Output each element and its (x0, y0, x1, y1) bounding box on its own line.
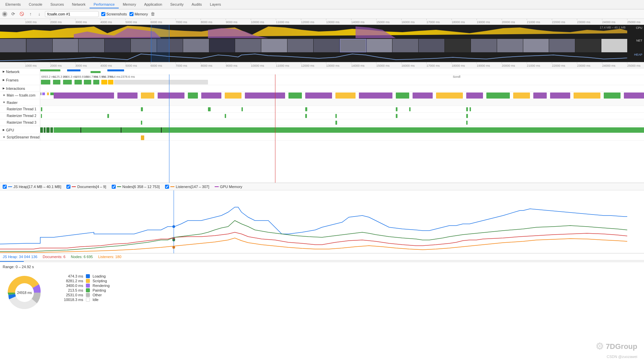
listeners-checkbox[interactable] (165, 185, 169, 189)
memory-checkbox[interactable] (129, 12, 133, 16)
svg-text:19000 ms: 19000 ms (477, 64, 490, 67)
svg-text:7000 ms: 7000 ms (176, 20, 187, 24)
clear-button[interactable]: 🚫 (19, 11, 25, 17)
legend-documents[interactable]: Documents[4 – 9] (66, 185, 106, 189)
timeline-tracks: ▶ Network ▶ Frames (0, 68, 644, 183)
track-label-frames[interactable]: ▶ Frames (0, 75, 40, 85)
gpu-memory-label: GPU Memory (220, 185, 243, 189)
svg-rect-116 (93, 80, 99, 84)
nodes-checkbox[interactable] (112, 185, 116, 189)
heap-stats-bar: JS Heap: 34 044 136 Documents: 6 Nodes: … (0, 253, 644, 260)
svg-text:8000 ms: 8000 ms (201, 20, 212, 24)
documents-checkbox[interactable] (66, 185, 70, 189)
track-label-raster[interactable]: ▼ Raster (0, 99, 40, 106)
arrow-icon: ▶ (3, 128, 5, 131)
track-label-rasterizer3[interactable]: Rasterizer Thread 3 (0, 119, 40, 126)
trash-button[interactable]: 🗑 (151, 11, 155, 16)
screenshots-checkbox-label[interactable]: Screenshots (101, 12, 127, 16)
heap-right-label: HEAP (634, 53, 642, 56)
timeline-main-ruler: 1000 ms2000 ms3000 ms4000 ms5000 ms6000 … (0, 62, 644, 68)
svg-text:18000 ms: 18000 ms (451, 64, 465, 67)
cpu-right-label: CPU (636, 26, 642, 29)
svg-rect-133 (188, 93, 198, 99)
legend-js-heap[interactable]: JS Heap[17.4 MB – 40.1 MB] (3, 185, 61, 189)
svg-rect-122 (114, 80, 208, 84)
tab-audits[interactable]: Audits (187, 1, 206, 8)
summary-row-painting: 213.5 ms Painting (56, 288, 110, 292)
track-main: ▼ Main — fcsafe.com (0, 92, 644, 99)
screenshots-checkbox[interactable] (101, 12, 105, 16)
svg-rect-104 (91, 71, 101, 73)
tab-security[interactable]: Security (166, 1, 187, 8)
summary-row-rendering: 3400.0 ms Rendering (56, 284, 110, 288)
track-label-network[interactable]: ▶ Network (0, 68, 40, 75)
download-button[interactable]: ↓ (36, 11, 42, 17)
svg-rect-173 (46, 127, 50, 133)
upload-button[interactable]: ↑ (28, 11, 34, 17)
listeners-color (170, 186, 174, 187)
reload-button[interactable]: ⟳ (10, 11, 16, 17)
svg-rect-140 (359, 93, 392, 99)
js-heap-stat: JS Heap: 34 044 136 (3, 255, 37, 259)
documents-stat: Documents: 6 (43, 255, 65, 259)
track-rasterizer3: Rasterizer Thread 3 (0, 119, 644, 126)
main-ruler-svg: 1000 ms2000 ms3000 ms4000 ms5000 ms6000 … (0, 62, 644, 68)
svg-text:22000 ms: 22000 ms (552, 64, 566, 67)
tab-application[interactable]: Application (140, 1, 166, 8)
svg-text:18000 ms: 18000 ms (451, 20, 465, 24)
js-heap-line (0, 207, 627, 244)
tab-sources[interactable]: Sources (46, 1, 68, 8)
heap-area: JS Heap[17.4 MB – 40.1 MB] Documents[4 –… (0, 183, 644, 253)
tab-network[interactable]: Network (68, 1, 90, 8)
svg-text:16000 ms: 16000 ms (401, 20, 415, 24)
legend-gpu-memory[interactable]: GPU Memory (215, 185, 243, 189)
svg-rect-105 (107, 69, 124, 71)
tab-elements[interactable]: Elements (1, 1, 25, 8)
screenshot-frame (183, 39, 209, 52)
track-rasterizer1: Rasterizer Thread 1 (0, 106, 644, 113)
svg-rect-141 (396, 93, 409, 99)
arrow-icon: ▼ (3, 94, 5, 97)
legend-nodes[interactable]: Nodes[6 358 – 12 753] (112, 185, 160, 189)
svg-text:20000 ms: 20000 ms (502, 64, 515, 67)
record-button[interactable] (2, 11, 7, 17)
bottom-content: Range: 0 – 24.92 s (0, 262, 644, 317)
arrow-icon: ▼ (3, 136, 5, 139)
tab-performance[interactable]: Performance (90, 1, 119, 8)
svg-rect-150 (604, 93, 621, 99)
url-input[interactable] (45, 11, 99, 17)
svg-rect-165 (335, 114, 337, 118)
svg-rect-151 (624, 93, 644, 99)
svg-rect-128 (50, 93, 54, 95)
js-heap-checkbox[interactable] (3, 185, 7, 189)
other-dot (86, 293, 90, 297)
svg-rect-160 (470, 107, 471, 111)
svg-rect-136 (245, 93, 285, 99)
svg-rect-126 (42, 93, 45, 95)
svg-text:2378.6 ms: 2378.6 ms (121, 75, 135, 78)
frames-chart: 6893.2 ms 1125.3 ms 2056.3 ms 1269.8 ms … (40, 75, 644, 85)
track-label-scriptstreamer[interactable]: ▼ ScriptStreamer thread (0, 134, 40, 140)
track-label-rasterizer2[interactable]: Rasterizer Thread 2 (0, 113, 40, 119)
memory-checkbox-label[interactable]: Memory (129, 12, 148, 16)
tab-console[interactable]: Console (25, 1, 46, 8)
track-label-gpu[interactable]: ▶ GPU (0, 126, 40, 134)
svg-rect-153 (141, 107, 143, 111)
arrow-icon: ▶ (3, 78, 5, 81)
svg-text:17000 ms: 17000 ms (427, 64, 440, 67)
bottom-panel: Summary Bottom-Up Call Tree Event Log Ra… (0, 253, 644, 362)
svg-rect-106 (41, 80, 50, 84)
svg-rect-176 (80, 127, 81, 133)
heap-chart-svg (0, 190, 644, 253)
screenshot-frame (26, 39, 52, 52)
legend-listeners[interactable]: Listeners[147 – 307] (165, 185, 209, 189)
tab-memory[interactable]: Memory (119, 1, 140, 8)
track-label-main[interactable]: ▼ Main — fcsafe.com (0, 92, 40, 99)
scripting-time: 8281.2 ms (56, 279, 83, 283)
tab-layers[interactable]: Layers (206, 1, 225, 8)
track-label-interactions[interactable]: ▶ Interactions (0, 85, 40, 92)
screenshot-frame (445, 39, 471, 52)
idle-dot (86, 298, 90, 302)
track-label-rasterizer1[interactable]: Rasterizer Thread 1 (0, 106, 40, 112)
net-right-label: NET (636, 39, 642, 42)
